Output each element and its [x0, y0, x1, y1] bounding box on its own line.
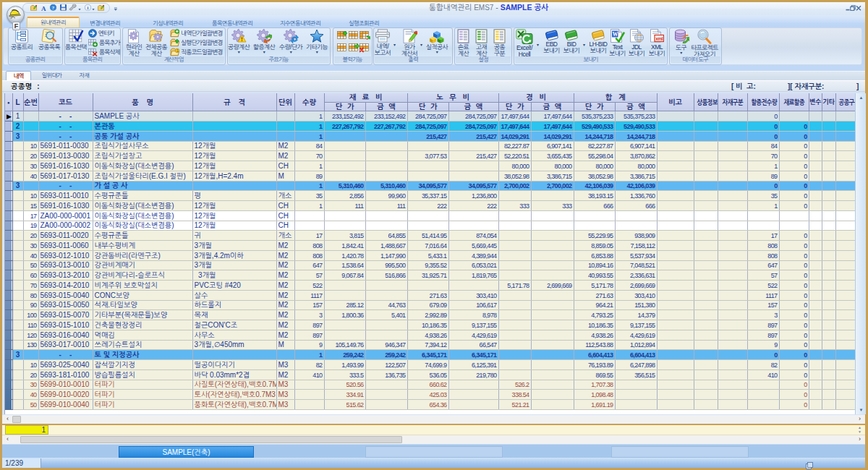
svg-text:i: i — [88, 5, 89, 10]
svg-text:xml: xml — [655, 36, 663, 41]
svg-text:W: W — [613, 31, 618, 38]
svg-text:?: ? — [52, 5, 54, 10]
